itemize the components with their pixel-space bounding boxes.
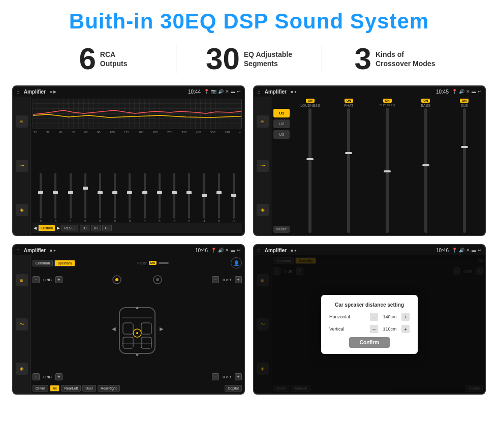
next-btn[interactable]: ▶ [57, 226, 60, 230]
u3-btn[interactable]: U3 [273, 130, 290, 139]
home-icon-cx[interactable]: ⌂ [257, 88, 261, 95]
label-cutfreq: CUT FREQ [380, 104, 395, 107]
car-top-view: ◀ ▶ ▲ ▼ [107, 305, 168, 356]
prev-btn[interactable]: ◀ [34, 226, 37, 230]
vertical-minus[interactable]: − [370, 325, 378, 333]
horizontal-label: Horizontal [329, 314, 350, 319]
rearleft-btn[interactable]: RearLeft [61, 385, 81, 392]
on-badge-loudness: ON [306, 99, 315, 103]
speaker-bottom: Driver All RearLeft User RearRight Copil… [33, 384, 242, 392]
eq-slider-4[interactable]: 5 [78, 173, 92, 223]
slider-bass[interactable] [424, 108, 427, 233]
u2-btn-eq[interactable]: U2 [91, 225, 101, 231]
sidebar-btn-sf3[interactable]: ◈ [16, 363, 28, 375]
all-btn[interactable]: All [50, 385, 60, 392]
eq-slider-3[interactable]: 0 [63, 173, 77, 223]
db-row-top: − 0 dB + − [33, 270, 242, 289]
u1-btn[interactable]: U1 [273, 109, 290, 117]
ctrl-phat: ON PHAT [330, 99, 367, 233]
time-eq: 10:44 [188, 89, 201, 95]
user-btn[interactable]: User [82, 385, 96, 392]
stat-number-rca: 6 [79, 44, 96, 74]
plus-br[interactable]: + [235, 373, 242, 380]
u2-btn[interactable]: U2 [273, 120, 290, 128]
horizontal-plus[interactable]: + [401, 313, 410, 321]
dots-sf: ■ ● [50, 248, 56, 253]
eq-slider-12[interactable]: -1 [197, 173, 211, 223]
svg-rect-12 [141, 337, 151, 348]
home-icon[interactable]: ⌂ [16, 88, 20, 95]
stat-label-eq: EQ AdjustableSegments [244, 50, 292, 68]
on-badge-phat: ON [345, 99, 353, 103]
fader-on-badge: ON [149, 261, 157, 265]
confirm-button[interactable]: Confirm [349, 337, 390, 348]
slider-loudness[interactable] [308, 108, 312, 233]
sidebar-btn-eq2[interactable]: 〜 [16, 160, 28, 172]
fader-slider[interactable] [159, 262, 169, 264]
eq-slider-8[interactable]: 0 [138, 173, 152, 223]
sidebar-btn-cx1[interactable]: ≡ [257, 115, 269, 128]
minus-tr[interactable]: − [212, 276, 219, 283]
sidebar-btn-eq3[interactable]: ◈ [16, 204, 28, 216]
eq-slider-6[interactable]: 0 [108, 173, 122, 223]
stat-item-crossover: 3 Kinds ofCrossover Modes [322, 44, 468, 74]
tab-common[interactable]: Common [33, 260, 53, 266]
x-icon: ✕ [225, 89, 229, 94]
eq-slider-14[interactable]: -1 [227, 173, 241, 223]
sidebar-btn-sf2[interactable]: 〜 [16, 318, 28, 331]
reset-btn-cx[interactable]: RESET [273, 226, 290, 233]
sidebar-btn-eq1[interactable]: ≡ [16, 115, 28, 128]
eq-slider-2[interactable]: 0 [48, 173, 63, 223]
screen-content-eq: ≡ 〜 ◈ 25 32 40 50 63 80 [13, 97, 244, 235]
vertical-ctrl: − 110cm + [370, 325, 410, 333]
db-left-bottom: − 0 dB + [33, 373, 63, 380]
on-badge-cutfreq: ON [383, 99, 392, 103]
dots-sd: ■ ● [291, 248, 297, 253]
sidebar-btn-sf1[interactable]: ≡ [16, 274, 28, 286]
sidebar-btn-cx2[interactable]: 〜 [257, 160, 269, 172]
sidebar-btn-cx3[interactable]: ◈ [257, 204, 269, 216]
tab-specialty[interactable]: Specialty [54, 260, 75, 266]
slider-phat[interactable] [347, 108, 350, 233]
minus-br[interactable]: − [212, 373, 219, 380]
dialog-row-horizontal: Horizontal − 140cm + [329, 313, 410, 321]
speaker-diagram-top [107, 272, 168, 287]
driver-btn[interactable]: Driver [33, 385, 48, 392]
plus-bl[interactable]: + [55, 373, 63, 380]
eq-slider-1[interactable]: 0 [34, 173, 48, 223]
u1-btn-eq[interactable]: U1 [80, 225, 89, 231]
rearright-btn[interactable]: RearRight [98, 385, 120, 392]
eq-sliders: 0 0 0 5 0 [33, 135, 242, 223]
screen-speaker-fader: ⌂ Amplifier ■ ● 10:46 📍 🔊 ✕ ▬ ↩ ≡ 〜 ◈ Co… [12, 244, 245, 395]
db-val-bl: 0 dB [41, 375, 54, 379]
eq-main: 25 32 40 50 63 80 100 125 160 200 250 32… [30, 97, 244, 235]
reset-btn-eq[interactable]: RESET [61, 225, 78, 231]
car-top-area [63, 272, 212, 287]
eq-slider-9[interactable]: 0 [152, 173, 167, 223]
eq-slider-10[interactable]: 0 [167, 173, 181, 223]
svg-rect-11 [123, 337, 133, 348]
u3-btn-eq[interactable]: U3 [102, 225, 112, 231]
stat-number-crossover: 3 [355, 44, 371, 74]
plus-tl[interactable]: + [55, 276, 63, 283]
eq-slider-13[interactable]: 0 [212, 173, 226, 223]
label-phat: PHAT [344, 104, 353, 107]
eq-slider-11[interactable]: 0 [182, 173, 196, 223]
custom-btn[interactable]: Custom [38, 225, 55, 231]
location-icon: 📍 [204, 89, 209, 94]
minus-tl[interactable]: − [33, 276, 40, 283]
svg-rect-9 [123, 323, 133, 334]
speaker-icon-btn[interactable]: 👤 [231, 257, 242, 268]
slider-cutfreq[interactable] [386, 108, 389, 233]
vertical-plus[interactable]: + [401, 325, 410, 333]
horizontal-minus[interactable]: − [370, 313, 378, 321]
slider-sub[interactable] [463, 108, 466, 233]
eq-slider-7[interactable]: 0 [122, 173, 137, 223]
plus-tr[interactable]: + [235, 276, 242, 283]
time-cx: 10:45 [436, 89, 449, 95]
minus-bl[interactable]: − [33, 373, 40, 380]
home-icon-sf[interactable]: ⌂ [16, 247, 20, 253]
home-icon-sd[interactable]: ⌂ [257, 247, 261, 253]
eq-slider-5[interactable]: 0 [93, 173, 107, 223]
copilot-btn[interactable]: Copilot [225, 385, 242, 392]
